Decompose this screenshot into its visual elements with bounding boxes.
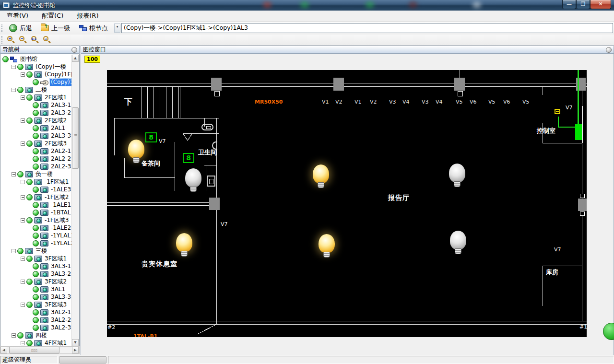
lamp-symbol-icon-0[interactable]: 8 — [145, 132, 157, 142]
lamp-symbol-icon-1[interactable]: 8 — [183, 153, 194, 163]
tree-item-label[interactable]: 2AL2-2 — [50, 155, 72, 163]
tree-item-label[interactable]: 2F区域1 — [44, 94, 68, 101]
tree-item-label[interactable]: 3F区域2 — [44, 278, 68, 285]
tree-vertical-scrollbar[interactable]: ▲ ▼ — [71, 55, 79, 346]
tree-item-label[interactable]: 3AL3-3 — [50, 294, 72, 301]
close-button[interactable]: ✕ — [590, 0, 611, 9]
zoom-in-button[interactable]: + — [6, 35, 17, 45]
collapse-icon[interactable] — [12, 333, 16, 338]
up-level-button[interactable]: 上一级 — [37, 23, 73, 34]
tree-item-2AL2-2[interactable]: 2AL2-2 — [0, 155, 72, 163]
tree-item-2F2[interactable]: 2F区域2 — [0, 117, 72, 124]
tree-item-label[interactable]: 2AL3-2 — [50, 109, 72, 117]
tree-item-2F3[interactable]: 2F区域3 — [0, 140, 72, 147]
tree-item--1F2[interactable]: -1F区域2 — [0, 193, 72, 201]
collapse-icon[interactable] — [21, 72, 25, 77]
tree-item-label[interactable]: -1F区域3 — [44, 217, 70, 224]
tree-item--1F1[interactable]: -1F区域1 — [0, 178, 72, 186]
tree-item-3F3[interactable]: 3F区域3 — [0, 301, 72, 308]
scroll-down-button[interactable]: ▼ — [72, 339, 79, 346]
minimize-button[interactable]: — — [562, 0, 576, 9]
tree-item-4F1[interactable]: 4F区域1 — [0, 339, 72, 346]
zoom-fit-button[interactable]: ▫ — [42, 35, 53, 45]
tree-item-2F1[interactable]: 2F区域1 — [0, 94, 72, 101]
horizontal-scroll-thumb[interactable]: ▯▯▯ — [9, 347, 59, 353]
tree-item-label[interactable]: 2AL1 — [50, 125, 66, 132]
collapse-icon[interactable] — [21, 195, 25, 200]
tree-item-label[interactable]: 3F区域3 — [44, 301, 68, 308]
tree-item-3F1[interactable]: 3F区域1 — [0, 255, 72, 262]
tree-item-(Copy)[interactable]: (Copy)一楼 — [0, 63, 72, 70]
floorplan-canvas[interactable]: V1V2V1V2V3V4V3V4V5V6V5V6V5下MR50X50V7卫生间备… — [107, 70, 587, 337]
tree-item-label[interactable]: 2F区域3 — [44, 140, 68, 147]
path-dropdown-button[interactable]: ▾ — [114, 23, 120, 33]
light-bulb-off-1[interactable] — [185, 168, 201, 195]
tree-item-label[interactable]: 2AL2-1 — [50, 148, 72, 155]
tree-item-3AL2-2[interactable]: 3AL2-2 — [0, 316, 72, 324]
tree-item--1BTAL[interactable]: -1BTAL — [0, 209, 72, 216]
tree-item-3AL3-2[interactable]: 3AL3-2 — [0, 270, 72, 278]
tree-item-label[interactable]: 三楼 — [35, 247, 48, 255]
tree-item-2AL3-2[interactable]: 2AL3-2 — [0, 109, 72, 117]
tree-item-label[interactable]: 3AL3-2 — [50, 270, 72, 278]
tree-item-label[interactable]: 2AL3-1 — [50, 102, 72, 109]
tree-item-label[interactable]: 3AL3-1 — [50, 263, 72, 270]
tree-item-2AL1[interactable]: 2AL1 — [0, 124, 72, 132]
collapse-icon[interactable] — [21, 180, 25, 184]
tree-item-2AL3-1[interactable]: 2AL3-1 — [0, 101, 72, 109]
tree-item--1F3[interactable]: -1F区域3 — [0, 216, 72, 224]
collapse-icon[interactable] — [21, 280, 25, 284]
tree-item-label[interactable]: 3AL2-2 — [50, 317, 72, 324]
tree-item-label[interactable]: 3F区域1 — [44, 255, 68, 262]
tree-item-label[interactable]: -1ALE2 — [50, 224, 72, 232]
tree-item-(Copy)1F1[interactable]: (Copy)1F区域1 — [0, 70, 72, 78]
tree-item-3AL2-3[interactable]: 3AL2-3 — [0, 324, 72, 331]
light-bulb-on-4[interactable] — [319, 234, 335, 261]
tree-item--1ALE3[interactable]: -1ALE3 — [0, 186, 72, 193]
tree-item-label[interactable]: 3AL1 — [50, 286, 66, 293]
collapse-icon[interactable] — [12, 88, 16, 92]
tree-item-2AL3-3[interactable]: 2AL3-3 — [0, 132, 72, 140]
collapse-icon[interactable] — [12, 172, 16, 176]
scroll-left-button[interactable]: ◀ — [0, 347, 7, 353]
tree-item-label[interactable]: (Copy)一楼 — [35, 63, 67, 70]
tree-item-[interactable]: 三楼 — [0, 247, 72, 255]
tree-item-label[interactable]: -1YLAL2 — [50, 240, 72, 247]
tree-item-3F2[interactable]: 3F区域2 — [0, 278, 72, 285]
tree-item-label[interactable]: (Copy)1AL3 — [50, 79, 72, 86]
panel-pin-icon[interactable] — [71, 47, 77, 53]
breadcrumb-path-input[interactable] — [121, 23, 613, 33]
panel-pin-icon[interactable] — [606, 47, 612, 53]
tree-item-label[interactable]: 2AL3-3 — [50, 132, 72, 140]
tree-item--1YLAL2[interactable]: -1YLAL2 — [0, 239, 72, 247]
tree-item-label[interactable]: 四楼 — [35, 332, 48, 339]
light-bulb-on-6[interactable] — [176, 233, 192, 260]
tree-item-label[interactable]: -1F区域1 — [44, 178, 70, 186]
tree-item-label[interactable]: -1YLAL1 — [50, 232, 72, 239]
tree-item-label[interactable]: 负一楼 — [35, 171, 54, 178]
tree-item-[interactable]: 四楼 — [0, 331, 72, 339]
light-bulb-off-3[interactable] — [449, 164, 465, 190]
menu-item-0[interactable]: 查看(V) — [0, 11, 35, 21]
menu-item-2[interactable]: 报表(R) — [70, 11, 105, 21]
tree-item-label[interactable]: 2AL2-3 — [50, 163, 72, 170]
collapse-icon[interactable] — [21, 218, 25, 223]
tree-item--1YLAL1[interactable]: -1YLAL1 — [0, 232, 72, 239]
root-node-button[interactable]: 根节点 — [75, 23, 111, 34]
collapse-icon[interactable] — [21, 95, 25, 100]
back-button[interactable]: ←后退 — [6, 23, 35, 34]
tree-item-label[interactable]: 3AL2-1 — [50, 309, 72, 316]
tree-item-label[interactable]: -1ALE3 — [50, 186, 72, 193]
tree-item-3AL2-1[interactable]: 3AL2-1 — [0, 308, 72, 316]
zoom-actual-button[interactable]: 1:1 — [30, 35, 41, 45]
zoom-out-button[interactable]: − — [18, 35, 29, 45]
tree-item-label[interactable]: (Copy)1F区域1 — [44, 71, 72, 78]
scroll-right-button[interactable]: ▶ — [72, 347, 79, 353]
tree-item-label[interactable]: 图书馆 — [19, 56, 38, 63]
tree-item-2AL2-1[interactable]: 2AL2-1 — [0, 147, 72, 155]
collapse-icon[interactable] — [21, 341, 25, 345]
light-bulb-on-0[interactable] — [128, 140, 144, 166]
light-bulb-off-5[interactable] — [450, 231, 466, 258]
tree-item-(Copy)1AL3[interactable]: (Copy)1AL3 — [0, 78, 72, 86]
tree-item-label[interactable]: -1F区域2 — [44, 194, 70, 201]
